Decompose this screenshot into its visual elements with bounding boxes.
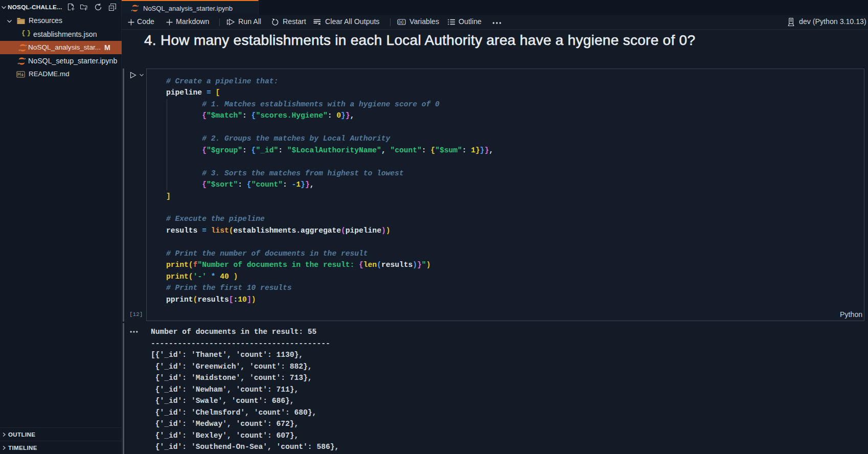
svg-text:(x): (x) [399, 20, 404, 25]
